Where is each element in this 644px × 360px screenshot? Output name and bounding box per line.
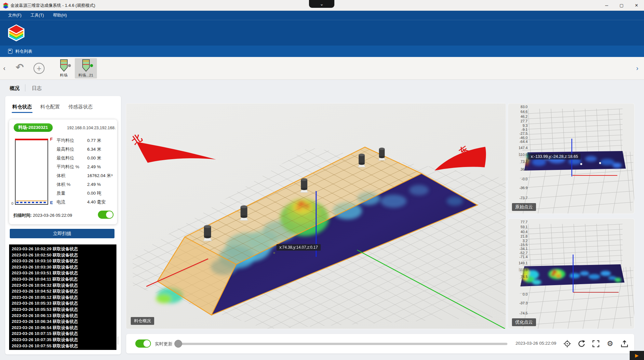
log-entry: 2023-03-26 10:07:15 获取设备状态 [12,331,116,337]
log-entry: 2023-03-26 10:05:33 获取设备状态 [12,300,116,307]
tick-label: 9.3 [523,124,528,128]
log-entry: 2023-03-26 10:05:53 获取设备状态 [12,307,116,313]
optimized-pointcloud-panel: 77.759.140.421.83.2-15.5-34.1-52.7-71.41… [508,219,634,329]
toggle-knob [106,211,113,218]
device-button-yard[interactable]: 料场 [55,58,73,78]
y-axis-line [357,250,505,329]
app-logo-icon [7,24,25,42]
level-gauge [15,139,48,205]
gauge-full-line [15,139,48,140]
locate-icon[interactable] [562,339,572,348]
playback-timestamp: 2023-03-26 05:22:09 [516,341,556,346]
gauge-material-line [16,202,47,203]
auto-scan-toggle[interactable] [98,211,114,219]
menu-bar: 文件(F) 工具(T) 帮助(H) [0,11,644,20]
wall-grid [522,109,623,152]
titlebar: 金波嘉源三维雷达成像系统 - 1.4.6 (观察模式) ⌄ ─ ▢ ✕ [0,0,644,11]
device-log-list[interactable]: 2023-03-26 10:02:29 获取设备状态 2023-03-26 10… [9,244,116,350]
tick-label: -37.3 [519,301,528,305]
tick-label: 74.5 [521,275,528,279]
tab-separator [25,84,25,91]
tick-label: 83.0 [521,105,528,109]
tick-label: 77.7 [521,220,528,224]
device-button-yard-21[interactable]: 料场...21 [75,58,97,78]
page-tabs: 概况 日志 [0,80,644,96]
close-button[interactable]: ✕ [629,0,644,11]
refresh-icon[interactable] [577,339,586,348]
main-3d-view: 北 东 x:74.38,y:14.07,z:0.17 料仓概况 [126,104,506,329]
realtime-label: 实时更新 [155,341,172,347]
fullscreen-icon[interactable] [591,339,600,348]
device-toolbar: ‹ ↶ + 料场 料场...21 › [0,57,644,80]
stat-row: 最高料位6.34 米 [57,145,116,154]
tick-label: 40.4 [521,230,528,234]
scan-now-button[interactable]: 立即扫描 [10,229,114,238]
tick-label: 59.1 [521,225,528,229]
tick-label: -71.4 [519,255,528,259]
view-badge-raw: 原始点云 [512,203,536,211]
tick-label: -27.5 [519,132,528,135]
device-badge: 料场-20230321 [14,123,53,132]
log-scrollbar[interactable] [117,336,118,345]
tick-label: -34.1 [519,247,528,251]
stat-row: 体积 %2.49 % [57,180,116,189]
maximize-button[interactable]: ▢ [614,0,629,11]
tick-label: 0.0 [523,292,528,296]
gauge-empty-label: E [50,200,53,205]
export-icon[interactable] [620,339,629,348]
tick-label: 73.7 [521,159,528,163]
log-entry: 2023-03-26 10:04:11 获取设备状态 [12,276,116,283]
tick-label: 64.6 [521,110,528,114]
tab-sensor-status[interactable]: 传感器状态 [68,104,93,110]
menu-item[interactable]: 文件(F) [8,13,21,18]
realtime-toggle[interactable] [135,339,151,348]
tab-overview[interactable]: 概况 [10,85,20,91]
stat-row: 体积16762.04 米³ [57,171,116,180]
scroll-right-icon[interactable]: › [636,65,638,71]
log-entry: 2023-03-26 10:03:30 获取设备状态 [12,264,116,270]
gear-icon[interactable]: ⚙ [605,339,615,348]
menu-item[interactable]: 帮助(H) [53,13,67,18]
stat-row: 最低料位0.00 米 [57,154,116,162]
tick-label: -46.0 [519,136,528,140]
tick-label: 46.2 [521,115,528,118]
gauge-full-label: F [50,137,53,142]
tick-label: -15.5 [519,243,528,247]
window-title: 金波嘉源三维雷达成像系统 - 1.4.6 (观察模式) [10,3,95,8]
compass-arrows: 北 东 [129,132,486,171]
device-label: 料场...21 [78,73,93,78]
tick-label: 37.3 [521,283,528,286]
device-ip: 192.168.0.104:23,192.168.0 [67,126,116,130]
stat-row: 电流4.40 毫安 [57,198,116,206]
minimize-button[interactable]: ─ [599,0,614,11]
raw-pointcloud-panel: 83.064.646.227.79.3-9.1-27.5-46.0-64.414… [508,104,634,214]
silo-icon [60,59,68,72]
undo-icon[interactable]: ↶ [16,62,24,73]
corner-notification-chip[interactable]: ▶ [630,351,644,360]
tick-label: -0.0 [521,177,528,181]
log-entry: 2023-03-26 10:06:54 获取设备状态 [12,325,116,331]
tab-silo-config[interactable]: 料仓配置 [40,104,60,110]
scroll-left-icon[interactable]: ‹ [3,65,6,71]
view-badge-overview: 料仓概况 [131,317,154,325]
add-device-button[interactable]: + [34,63,45,74]
log-entry: 2023-03-26 10:03:51 获取设备状态 [12,270,116,276]
nav-tab-silo-list[interactable]: 料仓列表 [15,48,32,54]
log-entry: 2023-03-26 10:05:12 获取设备状态 [12,295,116,301]
log-entry: 2023-03-26 10:02:50 获取设备状态 [12,252,116,258]
wall-grid [522,224,623,268]
tab-log[interactable]: 日志 [32,85,42,91]
timeline-slider-handle[interactable] [174,340,182,348]
titlebar-center-tab[interactable]: ⌄ [309,0,334,8]
silo-icon [82,59,90,72]
log-entry: 2023-03-26 10:06:13 获取设备状态 [12,313,116,319]
corner-arrow-icon: ▶ [635,353,639,358]
app-icon [3,2,9,8]
silo-3d-scene[interactable]: 北 东 [126,104,506,329]
list-icon [8,49,12,54]
tick-label: -64.4 [519,140,528,144]
timeline-slider[interactable] [178,343,507,345]
menu-item[interactable]: 工具(T) [31,13,44,18]
log-entry: 2023-03-26 10:04:52 获取设备状态 [12,288,116,295]
tab-silo-status[interactable]: 料仓状态 [12,104,32,110]
